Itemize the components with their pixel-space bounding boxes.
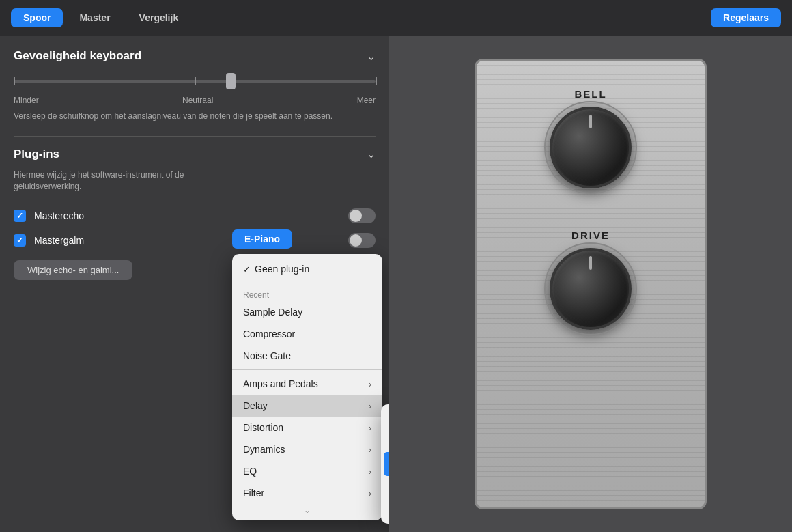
submenu-item-delay-designer[interactable]: Delay Designer: [381, 408, 389, 430]
mastergalm-label: Mastergalm: [34, 235, 340, 246]
main-layout: Gevoeligheid keyboard ⌄ Minder Neutraal …: [0, 36, 792, 532]
recent-noise-gate-label: Noise Gate: [243, 350, 371, 361]
section-divider-1: [14, 136, 376, 137]
eq-arrow-icon: ›: [369, 466, 371, 477]
dropdown-overlay: E-Piano ✓ Geen plug-in Recent Sample Del…: [232, 254, 382, 520]
bell-knob[interactable]: [550, 107, 632, 188]
menu-item-eq[interactable]: EQ ›: [232, 460, 382, 482]
check-mark-icon: ✓: [243, 264, 251, 275]
mastergalm-toggle[interactable]: [348, 233, 376, 248]
menu-divider-1: [232, 283, 382, 283]
regelaars-button[interactable]: Regelaars: [711, 8, 781, 27]
masterecho-label: Masterecho: [34, 210, 340, 221]
tab-group: Spoor Master Vergelijk: [11, 8, 190, 27]
filter-arrow-icon: ›: [369, 488, 371, 499]
menu-item-filter[interactable]: Filter ›: [232, 482, 382, 504]
toggle-row-masterecho: Masterecho: [14, 208, 376, 223]
tab-master[interactable]: Master: [67, 8, 122, 27]
eq-label: EQ: [243, 466, 369, 477]
slider-tick-mid: [195, 77, 196, 85]
slider-label-mid: Neutraal: [182, 96, 213, 105]
drive-knob[interactable]: [550, 248, 632, 330]
sensitivity-description: Versleep de schuifknop om het aanslagniv…: [14, 111, 376, 122]
plugins-description: Hiermee wijzig je het software-instrumen…: [14, 169, 232, 193]
wijzig-button[interactable]: Wijzig echo- en galmi...: [14, 260, 132, 280]
menu-more-indicator: ⌄: [232, 504, 382, 516]
slider-label-min: Minder: [14, 96, 39, 105]
drive-knob-ring: [544, 242, 637, 335]
sensitivity-section-header: Gevoeligheid keyboard ⌄: [14, 49, 376, 63]
plugins-section: Plug-ins ⌄ Hiermee wijzig je het softwar…: [14, 148, 376, 193]
sensitivity-slider-container[interactable]: [14, 71, 376, 92]
slider-tick-left: [14, 77, 15, 85]
menu-item-amps-pedals[interactable]: Amps and Pedals ›: [232, 373, 382, 395]
distortion-arrow-icon: ›: [369, 423, 371, 433]
recent-sample-delay-label: Sample Delay: [243, 307, 371, 318]
recent-section-label: Recent: [232, 286, 382, 301]
submenu-item-stereo-delay[interactable]: Stereo Delay: [381, 476, 389, 498]
masterecho-toggle[interactable]: [348, 208, 376, 223]
masterecho-checkbox[interactable]: [14, 210, 26, 222]
top-bar: Spoor Master Vergelijk Regelaars: [0, 0, 792, 36]
filter-label: Filter: [243, 488, 369, 499]
tab-vergelijk[interactable]: Vergelijk: [127, 8, 191, 27]
menu-item-no-plugin[interactable]: ✓ Geen plug-in: [232, 258, 382, 280]
amps-pedals-arrow-icon: ›: [369, 379, 371, 389]
epiano-button[interactable]: E-Piano: [232, 229, 292, 249]
distortion-label: Distortion: [243, 422, 369, 433]
knob-group-drive: DRIVE: [550, 229, 632, 330]
menu-item-noise-gate[interactable]: Noise Gate: [232, 345, 382, 367]
plugins-title: Plug-ins: [14, 148, 59, 161]
bell-knob-label: BELL: [574, 88, 606, 100]
sensitivity-slider-track: [14, 80, 376, 83]
slider-labels: Minder Neutraal Meer: [14, 96, 376, 105]
right-panel: BELL DRIVE: [389, 36, 792, 532]
delay-submenu: Delay Designer Echo Sample Delay ⬇ Stere…: [381, 404, 389, 524]
left-panel: Gevoeligheid keyboard ⌄ Minder Neutraal …: [0, 36, 389, 532]
toggle-section: Masterecho Mastergalm: [14, 208, 376, 248]
delay-arrow-icon: ›: [369, 401, 371, 411]
toggle-row-mastergalm: Mastergalm: [14, 233, 376, 248]
plugins-section-header: Plug-ins ⌄: [14, 148, 376, 161]
dynamics-arrow-icon: ›: [369, 445, 371, 455]
submenu-item-echo[interactable]: Echo: [381, 430, 389, 452]
amps-pedals-label: Amps and Pedals: [243, 378, 369, 389]
slider-tick-right: [376, 77, 377, 85]
plugin-dropdown-menu: ✓ Geen plug-in Recent Sample Delay Compr…: [232, 254, 382, 520]
menu-item-compressor[interactable]: Compressor: [232, 323, 382, 345]
amp-panel: BELL DRIVE: [475, 59, 707, 509]
no-plugin-label: Geen plug-in: [255, 264, 371, 275]
sensitivity-chevron-icon[interactable]: ⌄: [367, 50, 376, 63]
plugins-chevron-icon[interactable]: ⌄: [367, 148, 376, 160]
submenu-item-sample-delay[interactable]: Sample Delay ⬇: [384, 452, 389, 476]
slider-label-max: Meer: [357, 96, 376, 105]
menu-item-dynamics[interactable]: Dynamics ›: [232, 438, 382, 460]
sensitivity-slider-thumb[interactable]: [226, 73, 236, 89]
recent-compressor-label: Compressor: [243, 328, 371, 339]
menu-item-distortion[interactable]: Distortion ›: [232, 417, 382, 438]
mastergalm-checkbox[interactable]: [14, 234, 26, 247]
drive-knob-label: DRIVE: [571, 229, 610, 241]
sensitivity-title: Gevoeligheid keyboard: [14, 49, 141, 63]
dynamics-label: Dynamics: [243, 444, 369, 455]
delay-label: Delay: [243, 400, 369, 411]
menu-item-delay[interactable]: Delay ›: [232, 395, 382, 417]
menu-divider-2: [232, 369, 382, 370]
bell-knob-ring: [544, 101, 637, 194]
tab-spoor[interactable]: Spoor: [11, 8, 63, 27]
submenu-item-tape-delay[interactable]: Tape Delay: [381, 498, 389, 520]
menu-item-sample-delay[interactable]: Sample Delay: [232, 301, 382, 323]
knob-group-bell: BELL: [550, 88, 632, 188]
